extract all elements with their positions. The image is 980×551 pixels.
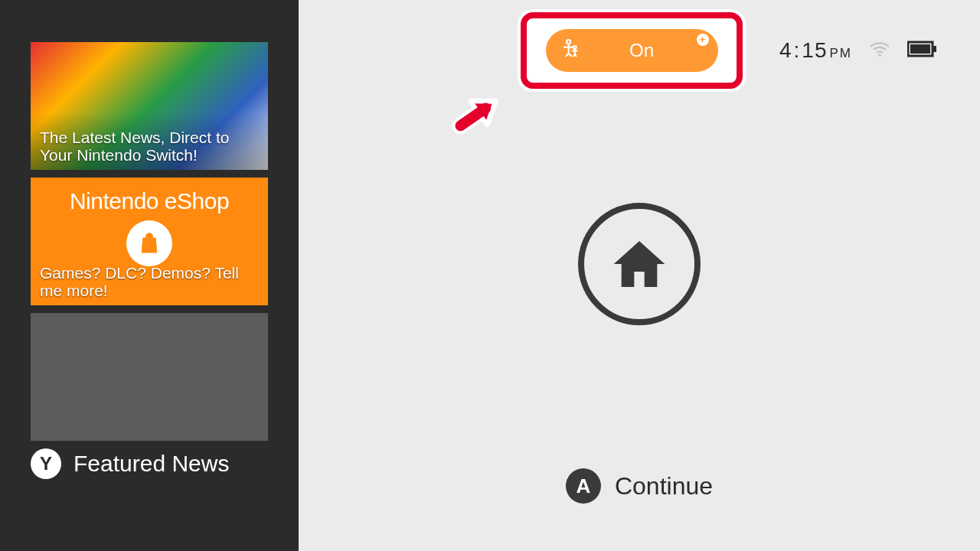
battery-icon <box>907 41 938 60</box>
clock-minutes: 15 <box>802 38 827 62</box>
home-icon <box>578 203 701 325</box>
main-panel: On + 4:15PM <box>299 0 980 551</box>
svg-point-0 <box>567 40 570 44</box>
clock-hours: 4 <box>779 38 792 62</box>
news-card-1[interactable]: The Latest News, Direct to Your Nintendo… <box>31 42 268 170</box>
wifi-icon <box>869 41 890 60</box>
svg-point-2 <box>878 54 881 57</box>
plus-icon: + <box>697 34 709 46</box>
continue-button[interactable]: A Continue <box>566 468 713 504</box>
arrow-annotation-icon <box>446 90 507 143</box>
parental-toggle-button[interactable]: On + <box>546 29 718 72</box>
news-card-2-caption: Games? DLC? Demos? Tell me more! <box>40 264 259 299</box>
featured-news-label: Featured News <box>74 451 229 477</box>
status-bar: 4:15PM <box>779 38 938 63</box>
clock: 4:15PM <box>779 38 852 63</box>
eshop-logo-text: Nintendo eShop <box>70 188 229 214</box>
a-button-icon: A <box>566 468 601 504</box>
parental-toggle-highlight: On + <box>521 12 743 89</box>
eshop-bag-icon <box>126 220 172 266</box>
news-sidebar: The Latest News, Direct to Your Nintendo… <box>0 0 299 551</box>
svg-rect-5 <box>933 46 936 52</box>
parental-icon <box>560 38 581 63</box>
news-card-1-caption: The Latest News, Direct to Your Nintendo… <box>40 129 259 164</box>
news-card-2[interactable]: Nintendo eShop Games? DLC? Demos? Tell m… <box>31 178 268 305</box>
continue-label: Continue <box>615 472 713 500</box>
clock-ampm: PM <box>830 46 853 60</box>
svg-rect-4 <box>910 44 930 54</box>
y-button-icon: Y <box>31 448 61 479</box>
news-card-3[interactable] <box>31 313 268 441</box>
featured-news-button[interactable]: Y Featured News <box>31 448 280 479</box>
